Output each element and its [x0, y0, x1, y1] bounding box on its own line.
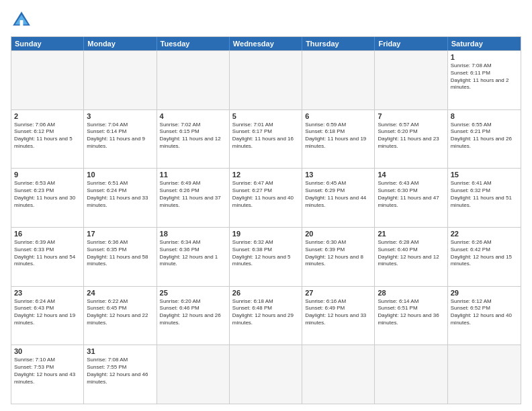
day-info: Sunrise: 6:47 AM Sunset: 6:27 PM Dayligh…	[232, 180, 299, 209]
day-info: Sunrise: 6:26 AM Sunset: 6:42 PM Dayligh…	[451, 239, 518, 268]
table-row: 19Sunrise: 6:32 AM Sunset: 6:38 PM Dayli…	[230, 228, 302, 286]
table-row: 20Sunrise: 6:30 AM Sunset: 6:39 PM Dayli…	[302, 228, 375, 286]
table-row: 27Sunrise: 6:16 AM Sunset: 6:49 PM Dayli…	[302, 287, 375, 345]
day-number: 11	[160, 171, 226, 179]
day-number: 6	[305, 112, 371, 120]
day-info: Sunrise: 6:22 AM Sunset: 6:45 PM Dayligh…	[87, 298, 153, 327]
calendar: SundayMondayTuesdayWednesdayThursdayFrid…	[11, 36, 521, 404]
day-info: Sunrise: 7:08 AM Sunset: 6:11 PM Dayligh…	[451, 62, 518, 91]
table-row	[375, 51, 447, 109]
day-header-tuesday: Tuesday	[157, 37, 230, 50]
day-number: 9	[14, 171, 81, 179]
table-row: 15Sunrise: 6:41 AM Sunset: 6:32 PM Dayli…	[448, 169, 521, 227]
day-info: Sunrise: 6:59 AM Sunset: 6:18 PM Dayligh…	[305, 122, 371, 150]
page: SundayMondayTuesdayWednesdayThursdayFrid…	[0, 0, 532, 411]
table-row: 18Sunrise: 6:34 AM Sunset: 6:36 PM Dayli…	[157, 228, 230, 286]
day-number: 29	[451, 289, 518, 297]
table-row: 12Sunrise: 6:47 AM Sunset: 6:27 PM Dayli…	[230, 169, 302, 227]
table-row	[84, 51, 157, 109]
table-row: 29Sunrise: 6:12 AM Sunset: 6:52 PM Dayli…	[448, 287, 521, 345]
day-info: Sunrise: 6:34 AM Sunset: 6:36 PM Dayligh…	[160, 239, 226, 268]
day-number: 20	[305, 230, 371, 238]
day-info: Sunrise: 6:20 AM Sunset: 6:46 PM Dayligh…	[160, 298, 226, 327]
table-row: 3Sunrise: 7:04 AM Sunset: 6:14 PM Daylig…	[84, 110, 157, 169]
table-row	[375, 345, 447, 404]
svg-rect-2	[20, 20, 24, 26]
day-info: Sunrise: 7:04 AM Sunset: 6:14 PM Dayligh…	[87, 122, 153, 150]
table-row: 6Sunrise: 6:59 AM Sunset: 6:18 PM Daylig…	[302, 110, 375, 169]
table-row: 10Sunrise: 6:51 AM Sunset: 6:24 PM Dayli…	[84, 169, 157, 227]
day-info: Sunrise: 7:10 AM Sunset: 7:53 PM Dayligh…	[14, 357, 81, 385]
week-row-5: 30Sunrise: 7:10 AM Sunset: 7:53 PM Dayli…	[11, 345, 521, 404]
table-row: 16Sunrise: 6:39 AM Sunset: 6:33 PM Dayli…	[11, 228, 84, 286]
table-row	[302, 51, 375, 109]
day-header-saturday: Saturday	[448, 37, 521, 50]
table-row: 2Sunrise: 7:06 AM Sunset: 6:12 PM Daylig…	[11, 110, 84, 169]
day-info: Sunrise: 6:14 AM Sunset: 6:51 PM Dayligh…	[378, 298, 444, 327]
day-info: Sunrise: 6:41 AM Sunset: 6:32 PM Dayligh…	[451, 180, 518, 209]
day-info: Sunrise: 6:55 AM Sunset: 6:21 PM Dayligh…	[451, 122, 518, 150]
day-number: 24	[87, 289, 153, 297]
day-number: 23	[14, 289, 81, 297]
day-number: 4	[160, 112, 226, 120]
day-info: Sunrise: 7:02 AM Sunset: 6:15 PM Dayligh…	[160, 122, 226, 150]
table-row	[11, 51, 84, 109]
day-number: 17	[87, 230, 153, 238]
table-row	[230, 51, 302, 109]
table-row: 4Sunrise: 7:02 AM Sunset: 6:15 PM Daylig…	[157, 110, 230, 169]
table-row: 23Sunrise: 6:24 AM Sunset: 6:43 PM Dayli…	[11, 287, 84, 345]
day-number: 16	[14, 230, 81, 238]
table-row: 7Sunrise: 6:57 AM Sunset: 6:20 PM Daylig…	[375, 110, 447, 169]
day-info: Sunrise: 6:53 AM Sunset: 6:23 PM Dayligh…	[14, 180, 81, 209]
day-number: 2	[14, 112, 81, 120]
day-number: 3	[87, 112, 153, 120]
table-row: 25Sunrise: 6:20 AM Sunset: 6:46 PM Dayli…	[157, 287, 230, 345]
day-info: Sunrise: 6:18 AM Sunset: 6:48 PM Dayligh…	[232, 298, 299, 327]
day-info: Sunrise: 6:32 AM Sunset: 6:38 PM Dayligh…	[232, 239, 299, 268]
day-number: 26	[232, 289, 299, 297]
table-row: 1Sunrise: 7:08 AM Sunset: 6:11 PM Daylig…	[448, 51, 521, 109]
day-number: 21	[378, 230, 444, 238]
day-info: Sunrise: 6:39 AM Sunset: 6:33 PM Dayligh…	[14, 239, 81, 268]
day-number: 14	[378, 171, 444, 179]
table-row	[157, 345, 230, 404]
header	[11, 9, 521, 31]
week-row-1: 2Sunrise: 7:06 AM Sunset: 6:12 PM Daylig…	[11, 109, 521, 169]
table-row: 5Sunrise: 7:01 AM Sunset: 6:17 PM Daylig…	[230, 110, 302, 169]
day-number: 25	[160, 289, 226, 297]
calendar-body: 1Sunrise: 7:08 AM Sunset: 6:11 PM Daylig…	[11, 50, 521, 404]
table-row: 31Sunrise: 7:08 AM Sunset: 7:55 PM Dayli…	[84, 345, 157, 404]
day-header-monday: Monday	[84, 37, 157, 50]
table-row: 28Sunrise: 6:14 AM Sunset: 6:51 PM Dayli…	[375, 287, 447, 345]
day-number: 27	[305, 289, 371, 297]
table-row: 24Sunrise: 6:22 AM Sunset: 6:45 PM Dayli…	[84, 287, 157, 345]
table-row: 22Sunrise: 6:26 AM Sunset: 6:42 PM Dayli…	[448, 228, 521, 286]
day-info: Sunrise: 6:16 AM Sunset: 6:49 PM Dayligh…	[305, 298, 371, 327]
day-info: Sunrise: 6:30 AM Sunset: 6:39 PM Dayligh…	[305, 239, 371, 268]
day-number: 22	[451, 230, 518, 238]
table-row: 13Sunrise: 6:45 AM Sunset: 6:29 PM Dayli…	[302, 169, 375, 227]
table-row	[230, 345, 302, 404]
day-info: Sunrise: 6:57 AM Sunset: 6:20 PM Dayligh…	[378, 122, 444, 150]
table-row	[302, 345, 375, 404]
day-info: Sunrise: 6:51 AM Sunset: 6:24 PM Dayligh…	[87, 180, 153, 209]
week-row-4: 23Sunrise: 6:24 AM Sunset: 6:43 PM Dayli…	[11, 286, 521, 345]
day-number: 30	[14, 347, 81, 355]
day-number: 8	[451, 112, 518, 120]
table-row	[448, 345, 521, 404]
day-header-friday: Friday	[375, 37, 447, 50]
table-row: 11Sunrise: 6:49 AM Sunset: 6:26 PM Dayli…	[157, 169, 230, 227]
table-row: 9Sunrise: 6:53 AM Sunset: 6:23 PM Daylig…	[11, 169, 84, 227]
day-header-thursday: Thursday	[302, 37, 375, 50]
day-header-wednesday: Wednesday	[230, 37, 302, 50]
table-row: 30Sunrise: 7:10 AM Sunset: 7:53 PM Dayli…	[11, 345, 84, 404]
day-info: Sunrise: 7:06 AM Sunset: 6:12 PM Dayligh…	[14, 122, 81, 150]
table-row: 17Sunrise: 6:36 AM Sunset: 6:35 PM Dayli…	[84, 228, 157, 286]
day-number: 10	[87, 171, 153, 179]
day-info: Sunrise: 6:49 AM Sunset: 6:26 PM Dayligh…	[160, 180, 226, 209]
day-info: Sunrise: 6:36 AM Sunset: 6:35 PM Dayligh…	[87, 239, 153, 268]
table-row: 8Sunrise: 6:55 AM Sunset: 6:21 PM Daylig…	[448, 110, 521, 169]
day-info: Sunrise: 6:43 AM Sunset: 6:30 PM Dayligh…	[378, 180, 444, 209]
day-info: Sunrise: 6:45 AM Sunset: 6:29 PM Dayligh…	[305, 180, 371, 209]
day-number: 31	[87, 347, 153, 355]
